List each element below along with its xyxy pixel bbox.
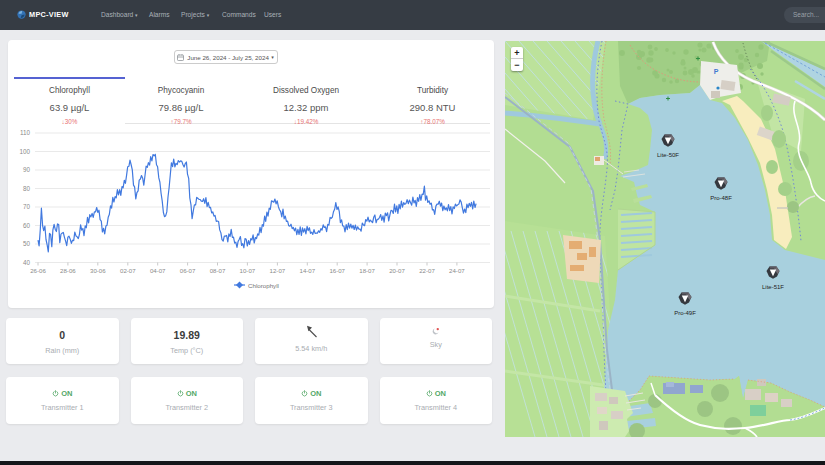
svg-text:60: 60 bbox=[23, 222, 31, 229]
svg-text:26-06: 26-06 bbox=[30, 267, 46, 274]
svg-text:08-07: 08-07 bbox=[210, 267, 226, 274]
svg-text:14-07: 14-07 bbox=[300, 267, 316, 274]
svg-text:22-07: 22-07 bbox=[419, 267, 435, 274]
svg-text:16-07: 16-07 bbox=[329, 267, 345, 274]
svg-text:110: 110 bbox=[20, 129, 31, 136]
svg-text:90: 90 bbox=[23, 166, 31, 173]
svg-text:50: 50 bbox=[23, 240, 31, 247]
svg-text:30-06: 30-06 bbox=[90, 267, 106, 274]
svg-text:20-07: 20-07 bbox=[389, 267, 405, 274]
svg-text:12-07: 12-07 bbox=[270, 267, 286, 274]
svg-text:18-07: 18-07 bbox=[359, 267, 375, 274]
svg-text:10-07: 10-07 bbox=[240, 267, 256, 274]
svg-text:28-06: 28-06 bbox=[60, 267, 76, 274]
svg-text:02-07: 02-07 bbox=[120, 267, 136, 274]
svg-text:100: 100 bbox=[19, 148, 30, 155]
svg-text:70: 70 bbox=[23, 203, 31, 210]
svg-text:06-07: 06-07 bbox=[180, 267, 196, 274]
svg-text:Chlorophyll: Chlorophyll bbox=[248, 282, 279, 289]
svg-text:40: 40 bbox=[23, 259, 31, 266]
svg-text:04-07: 04-07 bbox=[150, 267, 166, 274]
svg-text:P: P bbox=[714, 68, 719, 75]
svg-text:80: 80 bbox=[23, 185, 31, 192]
svg-text:24-07: 24-07 bbox=[449, 267, 465, 274]
